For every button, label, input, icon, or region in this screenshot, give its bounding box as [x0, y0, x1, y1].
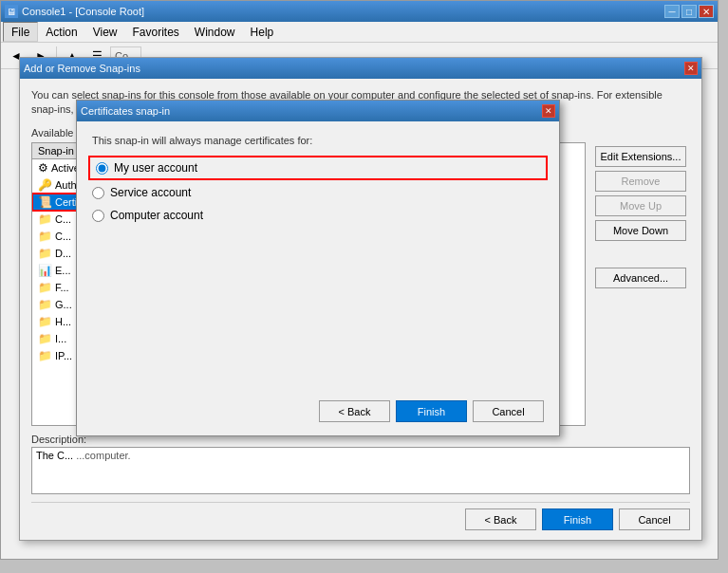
snap-ins-footer: < Back Finish Cancel	[31, 502, 690, 530]
cert-close-button[interactable]: ✕	[542, 104, 555, 118]
cert-dialog-title: Certificates snap-in	[81, 105, 170, 117]
snap-ins-dialog-title: Add or Remove Snap-ins	[24, 63, 140, 74]
menu-action[interactable]: Action	[38, 22, 84, 42]
cert-footer: < Back Finish Cancel	[92, 391, 544, 422]
description-text: The C...	[36, 450, 73, 461]
menu-view[interactable]: View	[85, 22, 125, 42]
radio-computer-label: Computer account	[110, 209, 203, 222]
cert-title-bar: Certificates snap-in ✕	[77, 101, 559, 121]
menu-favorites[interactable]: Favorites	[125, 22, 187, 42]
cancel-button[interactable]: Cancel	[619, 508, 690, 530]
edit-extensions-button[interactable]: Edit Extensions...	[595, 146, 686, 167]
radio-group: My user account Service account Computer…	[92, 159, 544, 222]
cert-finish-button[interactable]: Finish	[396, 400, 467, 422]
finish-button[interactable]: Finish	[542, 508, 613, 530]
remove-button[interactable]: Remove	[595, 171, 686, 192]
description-box: The C... ...computer.	[31, 447, 690, 494]
radio-user-input[interactable]	[96, 162, 108, 175]
menu-file[interactable]: File	[3, 22, 38, 42]
move-up-button[interactable]: Move Up	[595, 195, 686, 216]
minimize-button[interactable]: ─	[664, 5, 680, 18]
cert-back-button[interactable]: < Back	[319, 400, 390, 422]
menu-window[interactable]: Window	[187, 22, 243, 42]
cert-cancel-button[interactable]: Cancel	[473, 400, 544, 422]
menu-bar: File Action View Favorites Window Help	[1, 22, 718, 43]
snap-ins-dialog-title-bar: Add or Remove Snap-ins ✕	[20, 58, 701, 79]
radio-service-label: Service account	[110, 186, 191, 199]
app-icon: 🖥	[5, 5, 18, 18]
radio-computer-account[interactable]: Computer account	[92, 209, 544, 222]
main-window-title: Console1 - [Console Root]	[22, 6, 144, 17]
radio-user-label: My user account	[114, 161, 197, 175]
cert-description: This snap-in will always manage certific…	[92, 135, 544, 146]
cert-dialog: Certificates snap-in ✕ This snap-in will…	[76, 100, 560, 436]
menu-help[interactable]: Help	[243, 22, 282, 42]
snap-ins-close-button[interactable]: ✕	[684, 62, 698, 75]
radio-service-input[interactable]	[92, 187, 104, 199]
radio-computer-input[interactable]	[92, 210, 104, 222]
maximize-button[interactable]: □	[681, 5, 697, 18]
cert-body: This snap-in will always manage certific…	[77, 121, 559, 435]
advanced-button[interactable]: Advanced...	[595, 268, 686, 288]
move-down-button[interactable]: Move Down	[595, 220, 686, 241]
radio-service-account[interactable]: Service account	[92, 186, 544, 199]
right-buttons: Edit Extensions... Remove Move Up Move D…	[595, 146, 690, 426]
description-area: Description: The C... ...computer.	[31, 434, 690, 494]
main-title-bar: 🖥 Console1 - [Console Root] ─ □ ✕	[1, 1, 718, 22]
close-main-button[interactable]: ✕	[699, 5, 714, 18]
back-button[interactable]: < Back	[465, 508, 536, 530]
radio-my-user-account[interactable]: My user account	[92, 159, 544, 176]
